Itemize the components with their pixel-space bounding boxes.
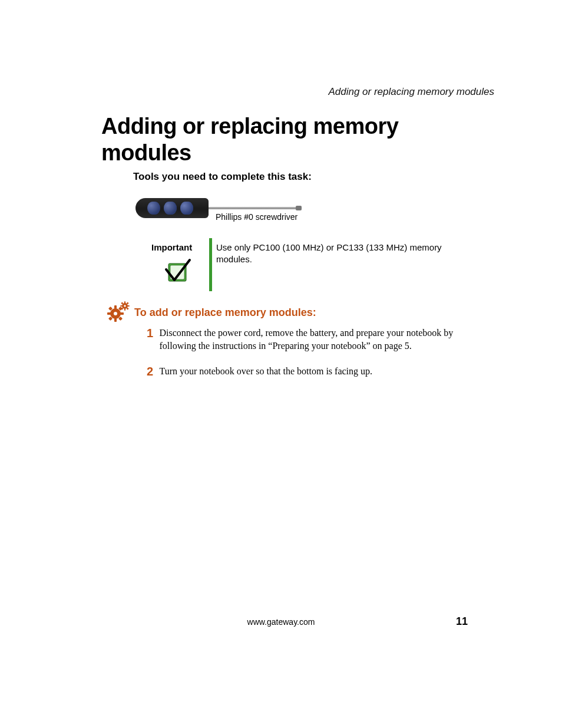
svg-rect-3: [114, 305, 117, 309]
footer-url: www.gateway.com: [0, 617, 562, 627]
page-title: Adding or replacing memory modules: [101, 113, 455, 166]
checkmark-icon: [163, 256, 192, 286]
tool-label: Phillips #0 screwdriver: [216, 212, 297, 222]
step-text: Turn your notebook over so that the bott…: [159, 365, 465, 378]
svg-point-21: [124, 305, 125, 307]
svg-rect-4: [114, 318, 117, 322]
step-item: 1 Disconnect the power cord, remove the …: [140, 327, 470, 352]
svg-rect-14: [124, 308, 125, 310]
procedure-heading: To add or replace memory modules:: [134, 307, 316, 319]
important-text: Use only PC100 (100 MHz) or PC133 (133 M…: [216, 242, 449, 266]
tools-heading: Tools you need to complete this task:: [133, 171, 312, 183]
document-page: Adding or replacing memory modules Addin…: [0, 0, 562, 728]
important-label: Important: [151, 242, 192, 252]
step-number: 2: [140, 365, 153, 378]
svg-rect-6: [120, 312, 124, 315]
step-text: Disconnect the power cord, remove the ba…: [159, 327, 465, 352]
page-number: 11: [456, 615, 468, 628]
svg-rect-13: [124, 301, 125, 303]
important-accent-bar: [209, 238, 212, 291]
svg-rect-5: [107, 312, 111, 315]
svg-rect-15: [120, 305, 122, 307]
running-header: Adding or replacing memory modules: [328, 86, 494, 98]
step-number: 1: [140, 327, 153, 340]
svg-rect-16: [127, 305, 129, 307]
svg-point-11: [114, 312, 117, 315]
step-item: 2 Turn your notebook over so that the bo…: [140, 365, 470, 378]
gears-icon: [105, 299, 131, 325]
